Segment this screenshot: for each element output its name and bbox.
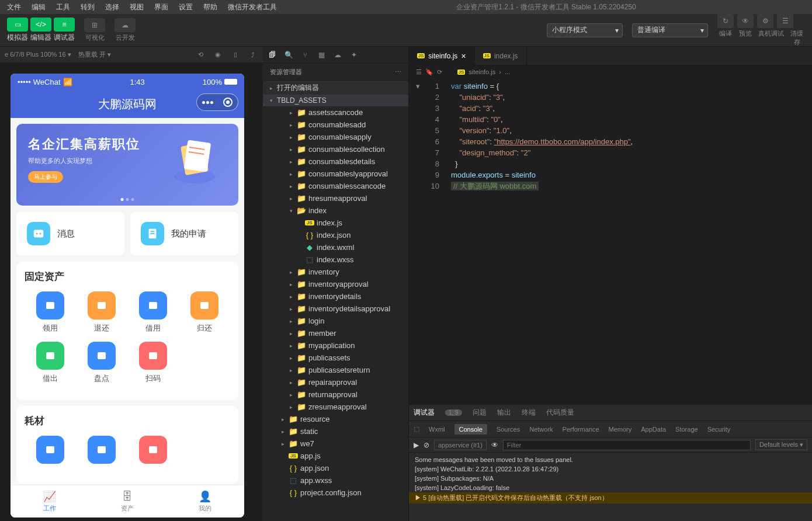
tab-mine[interactable]: 👤我的 — [166, 485, 244, 517]
menu-select[interactable]: 选择 — [100, 1, 124, 13]
tree-item[interactable]: ▸📁returnapproval — [263, 388, 408, 401]
rotate-icon[interactable]: ⤴ — [248, 50, 258, 60]
grid-item[interactable]: 借用 — [127, 291, 179, 334]
grid-item[interactable]: 退还 — [76, 291, 127, 334]
tree-item[interactable]: ▸📁consumableslyapproval — [263, 168, 408, 180]
sub-performance[interactable]: Performance — [563, 426, 599, 433]
grid-item[interactable]: 归还 — [179, 291, 230, 334]
tree-item[interactable]: ▸📁consumablescollection — [263, 143, 408, 155]
sub-appdata[interactable]: AppData — [641, 426, 666, 433]
menu-settings[interactable]: 设置 — [174, 1, 197, 13]
tree-item[interactable]: ▸📁consumablesdetails — [263, 155, 408, 168]
tree-item[interactable]: ▸📁login — [263, 315, 408, 327]
tree-item[interactable]: ▸📁inventoryapproval — [263, 278, 408, 290]
sub-storage[interactable]: Storage — [675, 426, 698, 433]
search-icon[interactable]: 🔍 — [282, 48, 296, 62]
sub-wxml[interactable]: Wxml — [429, 426, 445, 433]
dt-debugger[interactable]: 调试器 — [414, 405, 435, 420]
cloud-icon[interactable]: ☁ — [331, 48, 345, 62]
menu-goto[interactable]: 转到 — [76, 1, 99, 13]
grid-item[interactable]: 领用 — [25, 291, 76, 334]
menu-file[interactable]: 文件 — [2, 1, 26, 13]
preview-button[interactable]: 👁 — [737, 14, 754, 28]
console-play-icon[interactable]: ▶ — [414, 441, 419, 449]
menu-layout[interactable]: 界面 — [150, 1, 173, 13]
sub-memory[interactable]: Memory — [609, 426, 632, 433]
tree-item[interactable]: { }project.config.json — [263, 487, 408, 499]
menu-tools[interactable]: 工具 — [51, 1, 75, 13]
mode-select[interactable]: 小程序模式 — [547, 23, 623, 37]
back-icon[interactable]: ⟲ — [195, 50, 206, 60]
tree-item[interactable]: ▸📁we7 — [263, 437, 408, 450]
tree-item[interactable]: ▾📂index — [263, 204, 408, 217]
menu-edit[interactable]: 编辑 — [27, 1, 50, 13]
close-icon[interactable]: × — [461, 51, 466, 61]
tree-item[interactable]: ▸📁consumablesscancode — [263, 180, 408, 192]
tree-item[interactable]: ▸📁consumablesapply — [263, 131, 408, 143]
explorer-more-icon[interactable]: ⋯ — [395, 68, 401, 76]
menu-devtools[interactable]: 微信开发者工具 — [223, 1, 282, 13]
tree-item[interactable]: ▸📁resource — [263, 413, 408, 425]
dt-output[interactable]: 输出 — [497, 405, 511, 420]
project-section[interactable]: ▾TBLD_ASSETS — [263, 95, 408, 106]
ext-icon[interactable]: ▦ — [314, 48, 328, 62]
card-application[interactable]: 我的申请 — [130, 211, 238, 256]
cloud-button[interactable]: ☁ — [114, 18, 136, 32]
tree-item[interactable]: { }app.json — [263, 462, 408, 474]
tab-work[interactable]: 📈工作 — [11, 485, 88, 517]
capsule-button[interactable] — [196, 93, 238, 111]
tree-item[interactable]: ▸📁assetsscancode — [263, 106, 408, 119]
grid-item[interactable]: 借出 — [25, 342, 76, 384]
tree-item[interactable]: ⬚app.wxss — [263, 474, 408, 487]
card-message[interactable]: 消息 — [16, 211, 124, 256]
debugger-button[interactable]: ≡ — [54, 18, 75, 32]
code-editor[interactable]: ▾ 12345678910 var siteinfo = { "uniacid"… — [409, 78, 812, 404]
grid-item[interactable]: 扫码 — [127, 342, 179, 384]
open-editors-section[interactable]: ▸打开的编辑器 — [263, 81, 408, 95]
tab-assets[interactable]: 🗄资产 — [88, 485, 166, 517]
dt-issues[interactable]: 问题 — [473, 405, 487, 420]
device-icon[interactable]: ▯ — [230, 50, 241, 60]
tree-item[interactable]: ▸📁static — [263, 425, 408, 437]
inspect-icon[interactable]: ⬚ — [414, 425, 419, 433]
filter-input[interactable] — [503, 440, 751, 450]
clear-cache-button[interactable]: ☰ — [777, 14, 793, 28]
dt-terminal[interactable]: 终端 — [522, 405, 536, 420]
context-select[interactable]: appservice (#1) — [434, 440, 487, 450]
tree-item[interactable]: ▸📁inventory — [263, 266, 408, 278]
tab-siteinfo[interactable]: JSsiteinfo.js× — [409, 47, 475, 65]
tree-item[interactable]: JSindex.js — [263, 217, 408, 229]
tree-item[interactable]: ▸📁inventorydetailsapproval — [263, 303, 408, 315]
grid-item[interactable] — [127, 436, 179, 467]
grid-item[interactable]: 盘点 — [76, 342, 127, 384]
editor-button[interactable]: </> — [30, 18, 51, 32]
record-icon[interactable]: ◉ — [213, 50, 223, 60]
device-select[interactable]: e 6/7/8 Plus 100% 16 ▾ — [5, 51, 71, 58]
sub-console[interactable]: Console — [454, 424, 487, 435]
tab-index[interactable]: JSindex.js — [475, 47, 527, 65]
tree-item[interactable]: ▸📁publicassetsreturn — [263, 364, 408, 376]
console-clear-icon[interactable]: ⊘ — [424, 441, 429, 449]
hotreload-toggle[interactable]: 热重载 开 ▾ — [78, 50, 111, 59]
tree-item[interactable]: ▸📁repairapproval — [263, 376, 408, 388]
banner[interactable]: 名企汇集高薪职位 帮助更多的人实现梦想 马上参与 — [16, 124, 238, 206]
simulator-button[interactable]: ▭ — [7, 18, 28, 32]
visual-button[interactable]: ⊞ — [84, 18, 105, 32]
git-icon[interactable]: ⑂ — [298, 48, 312, 62]
levels-select[interactable]: Default levels ▾ — [755, 439, 807, 450]
tree-item[interactable]: ▸📁hresumeapproval — [263, 192, 408, 204]
dt-quality[interactable]: 代码质量 — [546, 405, 574, 420]
compile-button[interactable]: ↻ — [717, 14, 734, 28]
sub-sources[interactable]: Sources — [497, 426, 520, 433]
spark-icon[interactable]: ✦ — [347, 48, 361, 62]
tree-item[interactable]: ▸📁inventorydetails — [263, 290, 408, 303]
tree-item[interactable]: ⬚index.wxss — [263, 253, 408, 266]
grid-item[interactable] — [76, 436, 127, 467]
menu-help[interactable]: 帮助 — [199, 1, 222, 13]
eye-icon[interactable]: 👁 — [491, 441, 498, 449]
sub-security[interactable]: Security — [707, 426, 731, 433]
breadcrumb[interactable]: ☰🔖⟳ JS siteinfo.js›... — [409, 65, 812, 78]
sub-network[interactable]: Network — [529, 426, 553, 433]
files-icon[interactable]: 🗐 — [265, 48, 279, 62]
tree-item[interactable]: ▸📁myapplication — [263, 339, 408, 352]
